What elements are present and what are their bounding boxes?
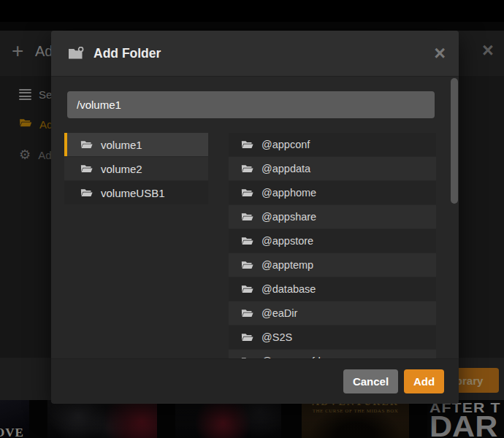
volume-name: volume2 — [101, 163, 142, 175]
folder-open-icon — [80, 188, 93, 198]
folder-name: @appstore — [261, 235, 313, 247]
folder-name: @appdata — [261, 163, 310, 174]
volume-list: volume1 volume2 volumeUSB1 — [64, 133, 208, 205]
folder-item-S2S[interactable]: @S2S — [229, 326, 436, 349]
folder-add-icon — [67, 47, 84, 61]
folder-name: @apphome — [261, 187, 316, 199]
folder-item-appdata[interactable]: @appdata — [229, 157, 436, 180]
scrollbar-thumb[interactable] — [451, 78, 458, 204]
subfolder-list: @appconf @appdata @apphome — [229, 133, 436, 358]
dialog-title: Add Folder — [93, 46, 161, 61]
folder-name: @appconf — [261, 139, 310, 150]
folder-item-apptemp[interactable]: @apptemp — [229, 253, 436, 277]
volume-name: volumeUSB1 — [101, 187, 165, 199]
folder-name: @eaDir — [261, 307, 297, 319]
folder-open-icon — [241, 139, 253, 150]
screen: + Ad × Selec Add f ⚙ Adva ibrary — [0, 0, 504, 438]
folder-name: @appshare — [261, 211, 316, 223]
add-folder-dialog: Add Folder × volume1 volume2 — [51, 31, 459, 404]
folder-open-icon — [80, 139, 93, 150]
volume-item-volume2[interactable]: volume2 — [64, 157, 208, 180]
folder-open-icon — [241, 332, 253, 342]
volume-item-volume1[interactable]: volume1 — [64, 133, 208, 156]
folder-item-apphome[interactable]: @apphome — [229, 181, 436, 204]
cancel-button[interactable]: Cancel — [343, 369, 398, 393]
folder-open-icon — [241, 188, 253, 198]
folder-open-icon — [241, 236, 253, 246]
folder-name: @S2S — [261, 331, 292, 343]
folder-open-icon — [241, 212, 253, 222]
folder-open-icon — [241, 284, 253, 294]
folder-open-icon — [80, 164, 93, 174]
volume-item-volumeUSB1[interactable]: volumeUSB1 — [64, 181, 208, 204]
dialog-header: Add Folder × — [51, 31, 459, 76]
folder-item-synoconfd[interactable]: @synoconfd — [229, 350, 436, 358]
folder-path-input[interactable] — [67, 91, 435, 118]
folder-item-eaDir[interactable]: @eaDir — [229, 301, 436, 325]
folder-open-icon — [241, 308, 253, 318]
folder-open-icon — [241, 164, 253, 174]
folder-name: @apptemp — [261, 259, 313, 271]
folder-name: @database — [261, 283, 316, 295]
close-icon[interactable]: × — [434, 44, 446, 64]
add-button[interactable]: Add — [404, 369, 444, 393]
dialog-body: volume1 volume2 volumeUSB1 — [51, 76, 459, 358]
folder-item-database[interactable]: @database — [229, 277, 436, 301]
folder-item-appstore[interactable]: @appstore — [229, 229, 436, 253]
folder-item-appshare[interactable]: @appshare — [229, 205, 436, 228]
volume-name: volume1 — [101, 139, 142, 151]
folder-open-icon — [241, 260, 253, 270]
folder-item-appconf[interactable]: @appconf — [229, 133, 436, 156]
dialog-footer: Cancel Add — [51, 358, 459, 403]
